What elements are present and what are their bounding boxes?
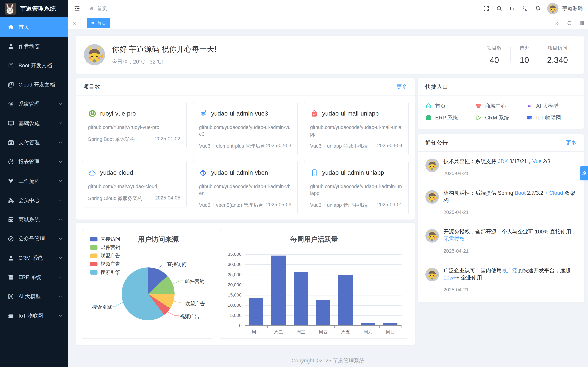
pie-chart (122, 267, 174, 320)
quick-link-label: 首页 (435, 102, 446, 109)
project-card-yudao-ui-admin-vben[interactable]: yudao-ui-admin-vbengithub.com/yudaocode/… (193, 161, 298, 214)
notices-more-link[interactable]: 更多 (566, 139, 577, 146)
project-name: yudao-ui-admin-uniapp (322, 169, 384, 176)
sidebar-item-10[interactable]: 商城系统 (0, 210, 68, 229)
notice-item-1[interactable]: 架构灵活性：后端提供 Spring Boot 2.7/3.2 + Cloud 双… (425, 183, 577, 222)
project-card-ruoyi-vue-pro[interactable]: ruoyi-vue-progithub.com/YunaiV/ruoyi-vue… (82, 102, 187, 148)
quick-link-0[interactable]: 首页 (425, 102, 475, 110)
notice-link[interactable]: Boot (515, 190, 526, 196)
tabs-scroll-left-button[interactable]: « (68, 17, 80, 29)
layout-grid-button[interactable] (576, 17, 588, 29)
sidebar-item-9[interactable]: 会员中心 (0, 191, 68, 210)
notice-link[interactable]: 无需授权 (444, 236, 465, 242)
sidebar-item-3[interactable]: Cloud 开发文档 (0, 75, 68, 94)
quick-link-2[interactable]: AIAI 大模型 (526, 102, 577, 110)
quick-link-4[interactable]: CRM 系统 (475, 114, 526, 121)
avatar[interactable] (547, 3, 559, 14)
notice-link[interactable]: 10w+ (444, 275, 456, 281)
home-icon (91, 21, 95, 25)
notices-header: 通知公告 更多 (418, 134, 584, 152)
person-icon (8, 255, 14, 261)
bar-周三 (294, 272, 308, 325)
sidebar-item-6[interactable]: 支付管理 (0, 133, 68, 152)
sidebar-logo[interactable]: 芋道管理系统 (0, 0, 68, 17)
chevron-down-icon (58, 217, 63, 222)
sidebar-item-label: 报表管理 (18, 158, 54, 165)
x-axis-tick (402, 326, 402, 328)
project-card-yudao-ui-mall-uniapp[interactable]: yudao-ui-mall-uniappgithub.com/yudaocode… (304, 102, 409, 155)
bell-icon[interactable] (531, 0, 544, 17)
notice-item-0[interactable]: 技术兼容性：系统支持 JDK 8/17/21，Vue 2/32025-04-21 (425, 152, 577, 183)
bar-周二 (271, 256, 286, 325)
y-axis-tick: 20,000 (220, 282, 242, 287)
sidebar-item-11[interactable]: 公众号管理 (0, 229, 68, 248)
sidebar-item-15[interactable]: IoT 物联网 (0, 306, 68, 325)
tabs-scroll-right-button[interactable]: » (551, 17, 563, 29)
projects-more-link[interactable]: 更多 (397, 83, 407, 90)
refresh-button[interactable] (563, 17, 575, 29)
sidebar-item-label: 作者动态 (18, 43, 63, 50)
notice-item-2[interactable]: 开源免授权：全部开源，个人与企业可 100% 直接使用，无需授权2025-04-… (425, 222, 577, 261)
app-root: 芋道管理系统 首页作者动态Boot 开发文档Cloud 开发文档系统管理基础设施… (0, 0, 588, 367)
y-axis-tick: 15,000 (220, 292, 242, 298)
right-column: 快捷入口 首页商城中心AIAI 大模型EERP 系统CRM 系统IoT 物联网 … (418, 78, 584, 302)
sidebar-item-14[interactable]: AIAI 大模型 (0, 287, 68, 306)
sidebar-item-8[interactable]: 工作流程 (0, 171, 68, 191)
svg-text:AI: AI (9, 295, 12, 298)
notice-link[interactable]: JDK (498, 158, 508, 164)
sidebar-item-2[interactable]: Boot 开发文档 (0, 56, 68, 75)
sidebar-item-7[interactable]: 报表管理 (0, 152, 68, 171)
legend-item-0[interactable]: 直接访问 (90, 235, 120, 243)
username[interactable]: 芋道源码 (562, 5, 583, 12)
fullscreen-icon[interactable] (480, 0, 493, 17)
language-icon[interactable]: 文A (519, 0, 531, 17)
sidebar-item-0[interactable]: 首页 (0, 17, 68, 36)
notice-link[interactable]: 最广泛 (502, 267, 518, 273)
chevron-down-icon (58, 256, 63, 260)
notice-link[interactable]: Vue (532, 158, 542, 164)
sidebar-item-label: CRM 系统 (18, 255, 54, 262)
svg-text:AI: AI (527, 104, 531, 108)
search-icon[interactable] (493, 0, 506, 17)
font-size-icon[interactable]: TT (506, 0, 519, 17)
project-url: github.com/yudaocode/yudao-ui-admin-unia… (310, 183, 402, 197)
sidebar-item-4[interactable]: 系统管理 (0, 94, 68, 114)
sidebar-item-5[interactable]: 基础设施 (0, 114, 68, 133)
sidebar-item-12[interactable]: CRM 系统 (0, 248, 68, 267)
quick-link-3[interactable]: EERP 系统 (425, 114, 475, 121)
project-card-yudao-cloud[interactable]: yudao-cloudgithub.com/YunaiV/yudao-cloud… (82, 161, 187, 208)
project-card-yudao-ui-admin-uniapp[interactable]: yudao-ui-admin-uniappgithub.com/yudaocod… (304, 161, 409, 214)
project-card-yudao-ui-admin-vue3[interactable]: yudao-ui-admin-vue3github.com/yudaocode/… (193, 102, 298, 155)
legend-swatch (90, 253, 97, 258)
notices-title: 通知公告 (425, 139, 448, 147)
x-axis-label: 周二 (267, 329, 290, 335)
menu-fold-icon[interactable] (73, 0, 82, 17)
legend-swatch (90, 270, 97, 275)
breadcrumb-label: 首页 (97, 5, 107, 12)
x-axis-tick (312, 326, 312, 328)
pie-chart-legend: 直接访问邮件营销联盟广告视频广告搜索引擎 (90, 235, 120, 276)
chevron-down-icon (58, 236, 63, 241)
money-icon (8, 139, 14, 146)
chevron-down-icon (58, 314, 63, 318)
bar-周四 (316, 300, 330, 325)
tab-home[interactable]: 首页 (86, 18, 110, 28)
q-crm-icon (475, 115, 482, 121)
pie-slice-label: 邮件营销 (185, 278, 205, 285)
legend-item-3[interactable]: 视频广告 (90, 260, 120, 268)
sidebar-item-13[interactable]: ERP 系统 (0, 267, 68, 287)
notice-item-3[interactable]: 广泛企业认可：国内使用最广泛的快速开发平台，远超 10w++ 企业使用2025-… (425, 261, 577, 299)
notice-link[interactable]: Cloud (549, 190, 563, 196)
stat-0: 项目数40 (478, 45, 510, 65)
settings-gear-button[interactable] (580, 166, 588, 180)
quick-link-5[interactable]: IoT 物联网 (526, 114, 577, 121)
legend-item-1[interactable]: 邮件营销 (90, 243, 120, 252)
quick-link-1[interactable]: 商城中心 (475, 102, 526, 110)
sidebar-item-label: ERP 系统 (18, 274, 54, 281)
legend-item-4[interactable]: 搜索引擎 (90, 268, 120, 277)
chevron-down-icon (58, 275, 63, 280)
sidebar-item-1[interactable]: 作者动态 (0, 37, 68, 56)
legend-item-2[interactable]: 联盟广告 (90, 252, 120, 260)
notice-date: 2025-04-21 (444, 209, 577, 215)
shop-icon (8, 216, 14, 223)
